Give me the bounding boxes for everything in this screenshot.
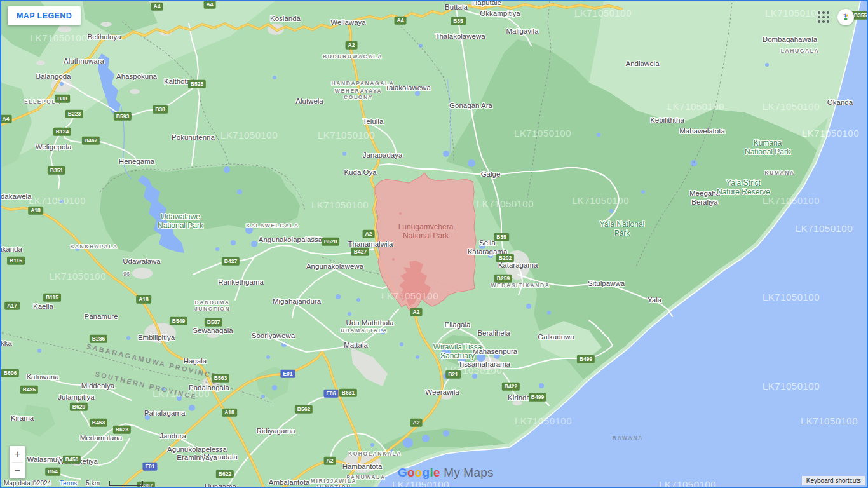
road-shield: A18 <box>222 409 237 417</box>
road-shield: A2 <box>363 230 375 238</box>
map-label: Henegama <box>119 158 154 166</box>
road-shield: A18 <box>28 207 43 215</box>
road-shield: A2 <box>346 41 358 50</box>
map-label: SOUTHERN PROVINCE <box>94 370 198 402</box>
google-my-maps-logo: Google My Maps <box>398 466 494 480</box>
logo-letter: o <box>407 466 415 479</box>
map-label: RAWANA <box>613 435 644 441</box>
map-label: Okanda <box>827 98 853 107</box>
map-label: Wirawila Tissa Sanctuary <box>433 342 482 360</box>
map-label: Aluthnuwara <box>64 57 104 66</box>
map-label: Medamulana <box>80 434 122 443</box>
road-shield: B38 <box>153 105 168 114</box>
map-label: Mahasenpura <box>473 348 517 356</box>
map-label: Padalangala <box>189 384 229 393</box>
map-footer: Map data ©2024 Terms 5 km <box>4 480 143 487</box>
road-shield: B223 <box>65 110 83 118</box>
map-label: Eraminiyaya <box>177 454 217 463</box>
map-label: Kaella <box>33 302 53 311</box>
logo-letter: o <box>415 466 423 479</box>
road-shield: B467 <box>82 137 100 145</box>
map-label: Beralihela <box>477 329 510 338</box>
map-label: Maligavila <box>506 27 538 36</box>
logo-letter: g <box>423 466 430 479</box>
road-shield: B54 <box>45 468 60 476</box>
road-shield: B499 <box>577 355 595 363</box>
map-label: Angunakolawewa <box>306 262 363 271</box>
map-label: BUDURUWAGALA <box>323 53 383 60</box>
zoom-controls: + − <box>10 446 25 478</box>
account-avatar[interactable] <box>837 9 854 25</box>
map-label: Jandura <box>159 432 186 441</box>
road-shield: A2 <box>410 419 423 427</box>
zoom-out-button[interactable]: − <box>10 463 25 478</box>
map-label: Pahalagama <box>144 409 186 418</box>
map-label: WEHERAYAYA COLONY <box>335 88 382 100</box>
road-shield: B499 <box>529 393 546 402</box>
map-label: Udawalawe National Park <box>158 212 203 230</box>
road-shield: B202 <box>496 254 514 262</box>
map-label: Galkaduwa <box>538 333 574 342</box>
road-shield: B35 <box>494 233 509 241</box>
map-label: MIRIJJAWILA JUNCTION <box>311 478 356 488</box>
road-shield: B450 <box>63 456 81 464</box>
map-label: Weligepola <box>36 143 72 152</box>
road-shield: B587 <box>205 318 222 327</box>
map-label: Kebiliththa <box>650 116 684 125</box>
map-legend-button[interactable]: MAP LEGEND <box>8 6 81 25</box>
avatar-art-icon <box>840 11 851 23</box>
road-shield: B21 <box>445 370 461 379</box>
map-label: Telulla <box>363 118 384 126</box>
map-label: KOHOLANKALA <box>348 451 402 457</box>
map-label: KALAWELGALA <box>246 222 299 229</box>
road-shield: A18 <box>136 295 151 304</box>
road-shield: B427 <box>351 248 369 256</box>
road-shield: B427 <box>222 257 240 266</box>
road-shield: A4 <box>204 1 216 9</box>
road-shield: A4 <box>151 3 163 11</box>
map-label: Kirinda <box>508 394 531 403</box>
zoom-in-button[interactable]: + <box>10 446 25 462</box>
map-label: Migahajandura <box>273 297 321 306</box>
map-label: UDAMATTALA <box>341 327 388 334</box>
keyboard-shortcuts-button[interactable]: Keyboard shortcuts <box>802 476 865 485</box>
map-label: Yala Strict Nature Reserve <box>717 179 770 196</box>
road-shield: A2 <box>410 308 423 316</box>
map-label: Kumana National Park <box>745 139 790 156</box>
map-label: Talakolawewa <box>385 84 431 93</box>
map-label: Ellagala <box>445 321 471 330</box>
map-label: Uda Maththala <box>346 319 394 328</box>
map-label: Weerawila <box>425 388 459 397</box>
map-label: SANKHAPALA <box>71 243 118 250</box>
map-label: SABARAGAMUWA PROVINCE <box>86 342 219 381</box>
scale-bar <box>109 481 143 486</box>
road-shield: A17 <box>4 302 20 310</box>
map-label: Mamadala <box>203 453 238 462</box>
road-shield: B422 <box>502 383 520 391</box>
map-label: Okkampitiya <box>480 10 520 18</box>
road-shield: B631 <box>339 389 357 397</box>
road-shield: B528 <box>188 80 206 88</box>
map-label: Lunugamvehera National Park <box>398 222 454 240</box>
terms-link[interactable]: Terms <box>60 480 77 487</box>
map-label: KUMANA <box>764 170 794 176</box>
map-label: Sewanagala <box>193 327 233 336</box>
map-label: Kuda Oya <box>344 168 376 177</box>
road-shield: B286 <box>90 335 107 343</box>
road-shield: B629 <box>70 403 88 411</box>
map-label: Agunukolapelessa <box>167 445 227 454</box>
map-label: Ahaspokuna <box>116 72 157 81</box>
road-shield: B115 <box>7 257 25 265</box>
map-label: Tissamaharama <box>458 360 510 369</box>
map-label: WEDASITIKANDA <box>491 282 550 288</box>
map-label: Ambalantota <box>269 478 310 487</box>
map-label: Balangoda <box>36 72 71 81</box>
road-shield: B35 <box>451 17 466 25</box>
map-label: Julampitiya <box>58 393 95 402</box>
google-apps-grid-icon[interactable] <box>818 11 829 23</box>
road-shield: B528 <box>322 238 339 246</box>
logo-letter: e <box>433 466 440 479</box>
google-wordmark: Google <box>398 466 440 479</box>
road-shield: B115 <box>43 294 61 302</box>
map-label: Galge <box>481 170 501 179</box>
